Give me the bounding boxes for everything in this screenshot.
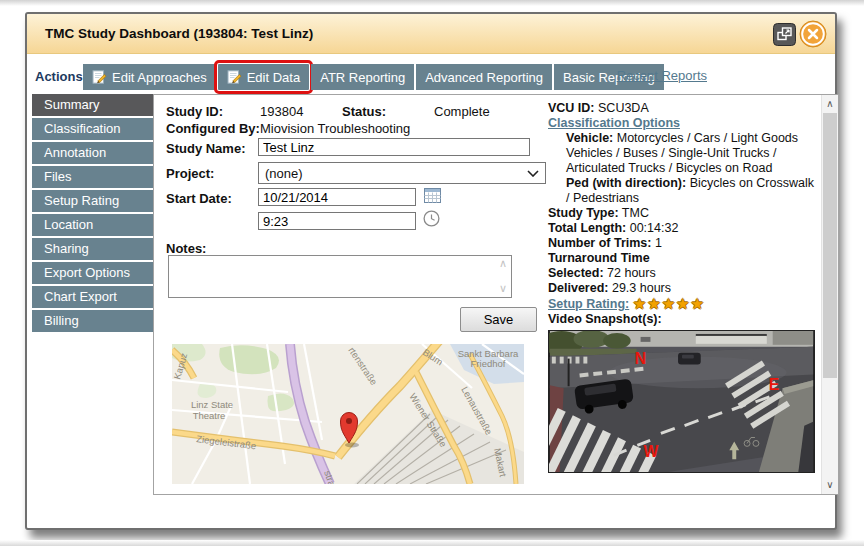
tab-label: Edit Data [247, 70, 300, 85]
ped-label: Ped (with direction): [566, 176, 686, 190]
direction-n-label: N [635, 350, 646, 367]
textarea-scroll-down-icon: ∨ [499, 282, 507, 295]
study-type-label: Study Type: [548, 206, 619, 220]
sidebar-item-export-options[interactable]: Export Options [32, 262, 153, 284]
tab-edit-data[interactable]: Edit Data [218, 64, 309, 90]
actions-label: Actions: [35, 69, 87, 84]
status-value: Complete [434, 104, 490, 119]
selected-value: 72 hours [607, 266, 656, 280]
notes-label: Notes: [166, 241, 206, 256]
vehicle-label: Vehicle: [566, 131, 613, 145]
edit-icon [92, 70, 107, 84]
actions-bar: Actions: Edit Approaches Edit Data ATR R… [35, 62, 827, 94]
vehicle-sedan [678, 353, 701, 365]
delivered-label: Delivered: [548, 281, 608, 295]
clock-icon[interactable] [423, 210, 440, 227]
tab-atr-reporting[interactable]: ATR Reporting [311, 64, 414, 90]
sidebar-item-setup-rating[interactable]: Setup Rating [32, 190, 153, 212]
setup-rating-link[interactable]: Setup Rating: [548, 297, 629, 311]
edit-icon [227, 70, 242, 84]
star-rating[interactable]: ★★★★★ [633, 295, 705, 312]
status-label: Status: [342, 104, 386, 119]
location-map[interactable]: Kapuz rtenstraße Blum Sankt Barbara Frie… [172, 344, 524, 484]
total-length-value: 00:14:32 [630, 221, 679, 235]
textarea-scroll-up-icon: ∧ [499, 257, 507, 270]
tab-advanced-reporting[interactable]: Advanced Reporting [416, 64, 552, 90]
sidebar-item-classification[interactable]: Classification [32, 118, 153, 140]
classification-options-link[interactable]: Classification Options [548, 116, 680, 130]
configured-by-label: Configured By: [166, 121, 260, 136]
project-select[interactable]: (none) [258, 162, 546, 184]
scrollbar-thumb[interactable] [823, 113, 837, 378]
sidebar-item-files[interactable]: Files [32, 166, 153, 188]
tab-label: Advanced Reporting [425, 70, 543, 85]
screenshot-root: TMC Study Dashboard (193804: Test Linz) [0, 0, 864, 546]
window-controls [773, 20, 827, 48]
map-label-linz-state-1: Linz State [191, 399, 233, 410]
notes-textarea[interactable] [168, 255, 512, 298]
vcu-id-value: SCU3DA [598, 101, 649, 115]
total-length-label: Total Length: [548, 221, 626, 235]
project-selected-value: (none) [265, 166, 303, 181]
sidebar-item-annotation[interactable]: Annotation [32, 142, 153, 164]
direction-w-label: W [644, 443, 659, 460]
window-title: TMC Study Dashboard (193804: Test Linz) [45, 26, 313, 41]
window-titlebar[interactable]: TMC Study Dashboard (193804: Test Linz) [27, 14, 835, 54]
recent-reports-link[interactable]: Recent Reports [617, 68, 707, 83]
dropdown-arrow-icon [527, 170, 539, 177]
study-type-value: TMC [622, 206, 649, 220]
trims-value: 1 [655, 236, 662, 250]
tab-edit-approaches[interactable]: Edit Approaches [83, 64, 216, 90]
video-snapshots-label: Video Snapshot(s): [548, 312, 820, 327]
direction-e-label: E [769, 376, 780, 393]
start-date-input[interactable] [258, 188, 416, 206]
sidebar-item-location[interactable]: Location [32, 214, 153, 236]
study-details-panel: VCU ID: SCU3DA Classification Options Ve… [548, 101, 820, 473]
project-label: Project: [166, 166, 214, 181]
study-id-label: Study ID: [166, 104, 223, 119]
vcu-id-label: VCU ID: [548, 101, 595, 115]
sidebar-item-chart-export[interactable]: Chart Export [32, 286, 153, 308]
selected-label: Selected: [548, 266, 604, 280]
popout-icon[interactable] [773, 23, 796, 46]
video-snapshot[interactable]: N E W [548, 330, 815, 473]
scroll-down-icon[interactable]: ∨ [822, 477, 838, 493]
save-button[interactable]: Save [460, 307, 537, 332]
sidebar: Summary Classification Annotation Files … [32, 94, 153, 334]
tab-label: Edit Approaches [112, 70, 207, 85]
tab-label: ATR Reporting [320, 70, 405, 85]
turnaround-heading: Turnaround Time [548, 251, 820, 266]
study-name-label: Study Name: [166, 141, 245, 156]
scroll-up-icon[interactable]: ∧ [822, 96, 838, 112]
start-time-input[interactable] [258, 212, 416, 230]
action-tabs: Edit Approaches Edit Data ATR Reporting … [83, 64, 664, 90]
delivered-value: 29.3 hours [612, 281, 671, 295]
map-label-sankt-barbara-2: Friedhof [471, 358, 506, 369]
trims-label: Number of Trims: [548, 236, 652, 250]
sidebar-item-summary[interactable]: Summary [32, 94, 153, 116]
start-date-label: Start Date: [166, 191, 232, 206]
study-id-value: 193804 [260, 104, 303, 119]
video-scene [549, 331, 813, 472]
map-label-linz-state-2: Theatre [193, 410, 226, 421]
summary-panel: Study ID: 193804 Status: Complete Config… [153, 94, 839, 495]
study-name-input[interactable] [258, 138, 530, 156]
tmc-dashboard-window: TMC Study Dashboard (193804: Test Linz) [25, 12, 837, 530]
content-scrollbar[interactable]: ∧ ∨ [821, 95, 838, 494]
configured-by-value: Miovision Troubleshooting [260, 121, 410, 136]
sidebar-item-sharing[interactable]: Sharing [32, 238, 153, 260]
calendar-icon[interactable] [424, 188, 441, 203]
sidebar-item-billing[interactable]: Billing [32, 310, 153, 332]
close-icon[interactable] [799, 20, 827, 48]
